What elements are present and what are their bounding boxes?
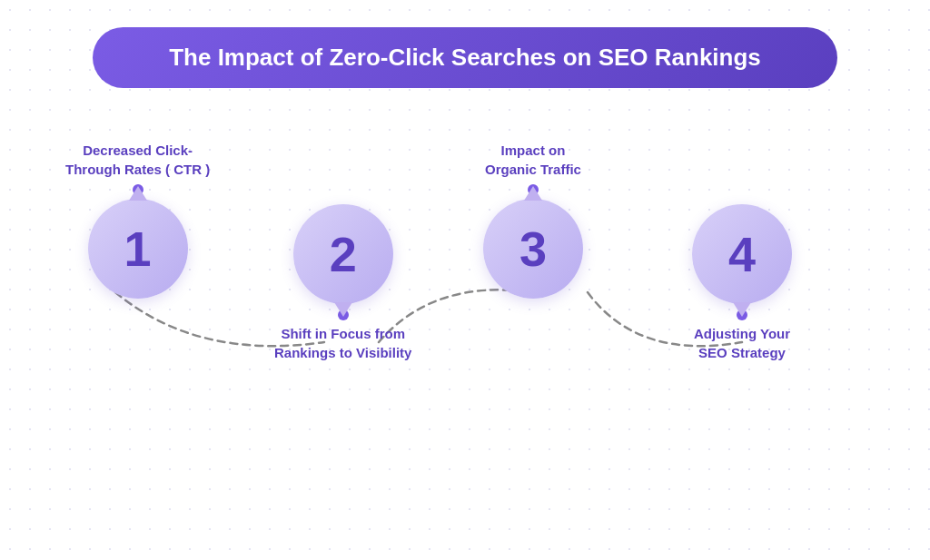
step-3-circle-wrap: 3	[483, 199, 583, 299]
step-3-pointer	[524, 186, 542, 201]
step-2-pointer	[334, 302, 352, 317]
step-1-number: 1	[124, 221, 152, 277]
steps-container: Decreased Click- Through Rates ( CTR ) 1	[38, 133, 892, 415]
step-2-circle: 2	[293, 204, 393, 304]
step-4-circle: 4	[692, 204, 792, 304]
step-2-circle-wrap: 2	[293, 204, 393, 304]
step-3-circle: 3	[483, 199, 583, 299]
step-4: 4 Adjusting Your SEO Strategy	[692, 133, 792, 362]
page-wrapper: The Impact of Zero-Click Searches on SEO…	[0, 0, 930, 560]
step-1-pointer	[129, 186, 147, 201]
step-4-circle-wrap: 4	[692, 204, 792, 304]
step-4-pointer	[733, 302, 751, 317]
step-1-circle: 1	[88, 199, 188, 299]
step-3-number: 3	[519, 221, 547, 277]
step-4-label: Adjusting Your SEO Strategy	[694, 324, 790, 362]
step-3-label: Impact on Organic Traffic	[485, 133, 581, 179]
step-1: Decreased Click- Through Rates ( CTR ) 1	[65, 133, 210, 299]
page-title: The Impact of Zero-Click Searches on SEO…	[138, 44, 792, 72]
step-2-number: 2	[330, 226, 357, 282]
step-4-number: 4	[728, 226, 756, 282]
step-2-label: Shift in Focus from Rankings to Visibili…	[274, 324, 411, 362]
step-1-label: Decreased Click- Through Rates ( CTR )	[65, 133, 210, 179]
step-1-circle-wrap: 1	[88, 199, 188, 299]
title-banner: The Impact of Zero-Click Searches on SEO…	[93, 27, 837, 88]
step-3: Impact on Organic Traffic 3	[483, 133, 583, 299]
step-2: 2 Shift in Focus from Rankings to Visibi…	[274, 133, 411, 362]
